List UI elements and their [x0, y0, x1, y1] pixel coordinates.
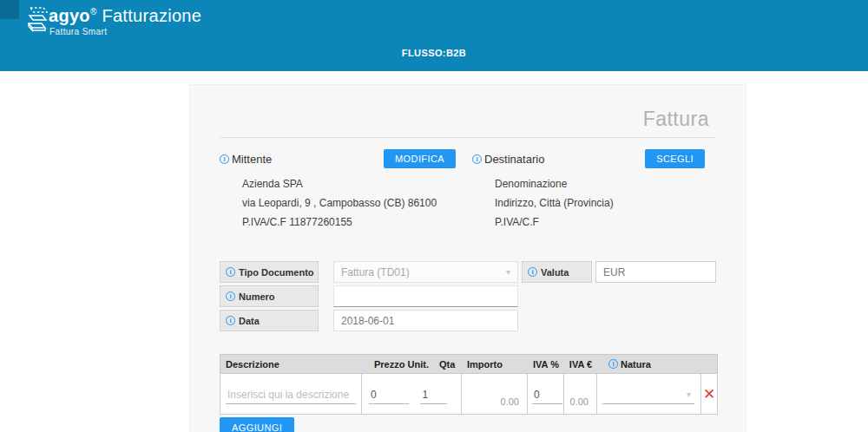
- corner-square: [0, 0, 19, 19]
- header-qta: Qta: [439, 359, 455, 370]
- info-icon[interactable]: i: [226, 291, 235, 301]
- sender-label: Mittente: [232, 153, 272, 166]
- recipient-vat: P.IVA/C.F: [495, 213, 705, 232]
- flow-badge: FLUSSO:B2B: [0, 48, 868, 58]
- table-row: 0.00 0.00 ▾ ✕: [220, 374, 718, 415]
- valuta-label: i Valuta: [522, 261, 592, 283]
- data-input[interactable]: [333, 310, 518, 331]
- app-subtitle: Fattura Smart: [49, 27, 107, 36]
- recipient-company: Denominazione: [495, 174, 705, 193]
- app-window: agyo® Fatturazione Fattura Smart FLUSSO:…: [0, 0, 868, 432]
- info-icon[interactable]: i: [528, 267, 537, 277]
- choose-recipient-button[interactable]: SCEGLI: [645, 149, 705, 168]
- brand-name: agyo: [49, 6, 90, 25]
- header-prezzo: Prezzo Unit.: [374, 359, 429, 370]
- invoice-stack-icon: [23, 4, 50, 39]
- chevron-down-icon: ▾: [506, 267, 510, 277]
- info-icon[interactable]: i: [220, 154, 229, 164]
- natura-select[interactable]: ▾: [602, 385, 694, 404]
- header-iva-eur: IVA €: [564, 359, 597, 370]
- descrizione-input[interactable]: [226, 385, 356, 404]
- app-title: agyo® Fatturazione: [49, 6, 201, 26]
- valuta-input[interactable]: [595, 261, 716, 283]
- numero-row: i Numero: [220, 285, 518, 307]
- info-icon[interactable]: i: [226, 267, 235, 277]
- recipient-details: Denominazione Indirizzo, Città (Provinci…: [495, 174, 705, 232]
- valuta-row: i Valuta: [522, 261, 716, 283]
- sender-section: i Mittente MODIFICA Azienda SPA via Leop…: [220, 149, 456, 232]
- numero-label: i Numero: [220, 285, 319, 307]
- iva-eur-value: 0.00: [570, 396, 589, 407]
- prezzo-input[interactable]: [369, 385, 409, 404]
- recipient-label-group: i Destinatario: [472, 153, 544, 166]
- info-icon[interactable]: i: [608, 359, 618, 369]
- title-divider: [220, 137, 716, 138]
- header-iva-pct: IVA %: [528, 359, 564, 370]
- sender-address: via Leopardi, 9 , Campobasso (CB) 86100: [242, 193, 456, 213]
- header-descrizione: Descrizione: [220, 359, 362, 370]
- data-row: i Data: [220, 310, 518, 331]
- header-prezzo-qta: Prezzo Unit. Qta: [362, 359, 462, 370]
- info-icon[interactable]: i: [226, 316, 235, 325]
- sender-label-group: i Mittente: [220, 153, 272, 166]
- chevron-down-icon: ▾: [687, 389, 691, 399]
- tipo-documento-row: i Tipo Documento Fattura (TD01) ▾: [220, 261, 518, 283]
- app-header: agyo® Fatturazione Fattura Smart FLUSSO:…: [0, 0, 868, 71]
- header-importo: Importo: [462, 359, 528, 370]
- importo-value: 0.00: [501, 396, 519, 407]
- recipient-section: i Destinatario SCEGLI Denominazione Indi…: [472, 149, 705, 232]
- header-natura: i Natura: [597, 359, 701, 370]
- invoice-card: Fattura i Mittente MODIFICA Azienda SPA …: [189, 84, 746, 432]
- sender-vat: P.IVA/C.F 11877260155: [242, 213, 456, 232]
- page-title: Fattura: [643, 108, 709, 131]
- delete-row-button[interactable]: ✕: [701, 374, 717, 414]
- iva-pct-input[interactable]: [532, 385, 562, 404]
- sender-company: Azienda SPA: [242, 174, 456, 193]
- numero-input[interactable]: [333, 285, 518, 307]
- recipient-label: Destinatario: [484, 153, 544, 166]
- qta-input[interactable]: [420, 385, 447, 404]
- tipo-documento-label: i Tipo Documento: [220, 261, 319, 283]
- data-label: i Data: [220, 310, 319, 331]
- registered-mark: ®: [90, 7, 97, 16]
- modify-sender-button[interactable]: MODIFICA: [384, 149, 456, 168]
- product-name: Fatturazione: [102, 6, 201, 25]
- info-icon[interactable]: i: [472, 154, 482, 164]
- recipient-address: Indirizzo, Città (Provincia): [495, 193, 705, 213]
- sender-details: Azienda SPA via Leopardi, 9 , Campobasso…: [242, 174, 456, 232]
- add-row-button[interactable]: AGGIUNGI: [220, 417, 294, 432]
- table-header-row: Descrizione Prezzo Unit. Qta Importo IVA…: [220, 354, 718, 374]
- line-items-table: Descrizione Prezzo Unit. Qta Importo IVA…: [220, 354, 718, 415]
- tipo-documento-select[interactable]: Fattura (TD01) ▾: [333, 261, 518, 283]
